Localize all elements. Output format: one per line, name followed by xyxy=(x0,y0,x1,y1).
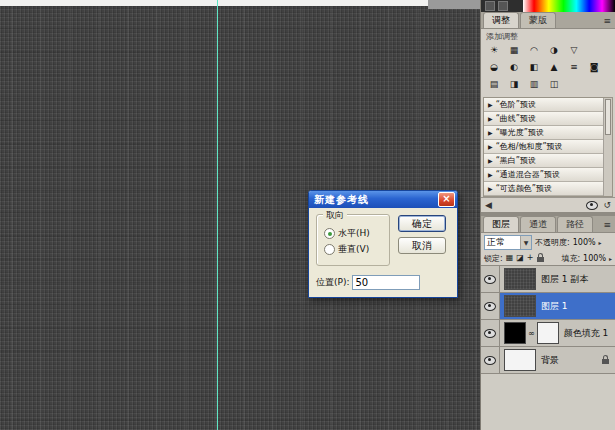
toggle-visibility-icon[interactable] xyxy=(586,201,598,210)
panel-menu-icon[interactable]: ≡ xyxy=(603,14,611,28)
blend-mode-select[interactable]: 正常 ▼ xyxy=(484,235,532,250)
scrub-arrow-icon[interactable]: ▸ xyxy=(609,255,612,262)
reset-icon[interactable]: ↺ xyxy=(603,199,611,211)
visibility-toggle[interactable] xyxy=(481,320,500,346)
preset-item-black-white[interactable]: ▶ “黑白”预设 xyxy=(484,154,612,168)
layer-list: 图层 1 副本 图层 1 ∞ 颜色填充 1 xyxy=(481,265,615,374)
chevron-down-icon: ▼ xyxy=(520,236,531,249)
dialog-title: 新建参考线 xyxy=(314,193,438,207)
switch-panel-icon[interactable]: ◀ xyxy=(485,199,492,211)
visibility-toggle[interactable] xyxy=(481,347,500,373)
eye-icon xyxy=(484,275,496,284)
new-guide-dialog: 新建参考线 × 取向 水平(H) 垂直(V) 确定 xyxy=(308,190,458,298)
lock-pixels-icon[interactable]: ◪ xyxy=(516,253,524,263)
threshold-icon[interactable]: ◨ xyxy=(505,78,523,91)
tab-masks[interactable]: 蒙版 xyxy=(520,12,556,28)
hue-saturation-icon[interactable]: ◒ xyxy=(485,61,503,74)
expand-triangle-icon[interactable]: ▶ xyxy=(488,168,493,181)
orientation-group: 取向 水平(H) 垂直(V) xyxy=(316,214,390,266)
position-input[interactable] xyxy=(352,275,420,290)
dialog-titlebar[interactable]: 新建参考线 × xyxy=(309,191,457,208)
preset-item-channel-mixer[interactable]: ▶ “通道混合器”预设 xyxy=(484,168,612,182)
radio-horizontal-label: 水平(H) xyxy=(338,227,370,240)
right-panel-dock: 调整 蒙版 ≡ 添加调整 ☀ ▦ ◠ ◑ ▽ ◒ ◐ ◧ ▲ ≡ ◙ ▤ xyxy=(480,0,615,430)
visibility-toggle[interactable] xyxy=(481,266,500,292)
layer-list-empty-area[interactable] xyxy=(481,374,615,430)
photo-filter-icon[interactable]: ▲ xyxy=(545,61,563,74)
lock-all-icon[interactable] xyxy=(537,257,544,262)
close-icon[interactable]: × xyxy=(438,192,455,207)
photoshop-window: 新建参考线 × 取向 水平(H) 垂直(V) 确定 xyxy=(0,0,615,430)
expand-triangle-icon[interactable]: ▶ xyxy=(488,182,493,195)
tab-adjustments[interactable]: 调整 xyxy=(483,12,519,28)
invert-icon[interactable]: ◙ xyxy=(585,61,603,74)
panel-menu-icon[interactable]: ≡ xyxy=(603,218,611,232)
collapsed-panel-tabs xyxy=(481,0,523,12)
radio-horizontal[interactable]: 水平(H) xyxy=(324,227,389,240)
preset-scrollbar[interactable] xyxy=(603,98,612,196)
color-balance-icon[interactable]: ◐ xyxy=(505,61,523,74)
lock-position-icon[interactable]: + xyxy=(527,253,534,263)
swatches-panel-icon[interactable] xyxy=(498,1,508,11)
gradient-map-icon[interactable]: ▥ xyxy=(525,78,543,91)
exposure-icon[interactable]: ◑ xyxy=(545,44,563,57)
adjustments-bottom-bar: ◀ ↺ xyxy=(481,197,615,212)
curves-icon[interactable]: ◠ xyxy=(525,44,543,57)
fill-value[interactable]: 100% xyxy=(583,254,606,263)
dialog-body: 取向 水平(H) 垂直(V) 确定 取消 位置(P): xyxy=(309,208,457,297)
vibrance-icon[interactable]: ▽ xyxy=(565,44,583,57)
scrollbar-thumb[interactable] xyxy=(605,99,611,135)
tab-layers[interactable]: 图层 xyxy=(483,216,519,232)
opacity-label: 不透明度: xyxy=(535,237,570,248)
layer-thumbnail[interactable] xyxy=(504,349,536,371)
preset-item-hue-saturation[interactable]: ▶ “色相/饱和度”预设 xyxy=(484,140,612,154)
expand-triangle-icon[interactable]: ▶ xyxy=(488,126,493,139)
expand-triangle-icon[interactable]: ▶ xyxy=(488,98,493,111)
levels-icon[interactable]: ▦ xyxy=(505,44,523,57)
layer-thumbnail[interactable] xyxy=(504,295,536,317)
vertical-guide-line[interactable] xyxy=(217,0,218,430)
brightness-contrast-icon[interactable]: ☀ xyxy=(485,44,503,57)
layer-thumbnail[interactable] xyxy=(504,268,536,290)
fill-label: 填充: xyxy=(561,253,580,264)
scrub-arrow-icon[interactable]: ▸ xyxy=(599,239,602,246)
link-icon: ∞ xyxy=(528,329,535,338)
orientation-group-label: 取向 xyxy=(323,209,347,222)
lock-transparency-icon[interactable]: ▦ xyxy=(506,253,514,263)
radio-vertical-label: 垂直(V) xyxy=(338,243,369,256)
layer-row-layer1[interactable]: 图层 1 xyxy=(481,293,615,320)
ok-button[interactable]: 确定 xyxy=(398,215,446,232)
preset-item-selective-color[interactable]: ▶ “可选颜色”预设 xyxy=(484,182,612,196)
position-label: 位置(P): xyxy=(316,276,349,289)
color-spectrum-bar[interactable] xyxy=(523,0,615,12)
fill-layer-thumbnail[interactable] xyxy=(504,322,526,344)
layer-row-layer1-copy[interactable]: 图层 1 副本 xyxy=(481,266,615,293)
opacity-value[interactable]: 100% xyxy=(573,238,596,247)
channel-mixer-icon[interactable]: ≡ xyxy=(565,61,583,74)
preset-item-exposure[interactable]: ▶ “曝光度”预设 xyxy=(484,126,612,140)
color-panel-icon[interactable] xyxy=(485,1,495,11)
tab-paths[interactable]: 路径 xyxy=(557,216,593,232)
selective-color-icon[interactable]: ◫ xyxy=(545,78,563,91)
layer-row-background[interactable]: 背景 xyxy=(481,347,615,374)
preset-item-curves[interactable]: ▶ “曲线”预设 xyxy=(484,112,612,126)
expand-triangle-icon[interactable]: ▶ xyxy=(488,140,493,153)
eye-icon xyxy=(484,302,496,311)
layer-mask-thumbnail[interactable] xyxy=(537,322,559,344)
lock-options-row: 锁定: ▦ ◪ + 填充: 100% ▸ xyxy=(481,251,615,265)
expand-triangle-icon[interactable]: ▶ xyxy=(488,154,493,167)
visibility-toggle[interactable] xyxy=(481,293,500,319)
adjustment-icon-grid: ☀ ▦ ◠ ◑ ▽ ◒ ◐ ◧ ▲ ≡ ◙ ▤ ◨ ▥ ◫ xyxy=(481,42,615,97)
black-white-icon[interactable]: ◧ xyxy=(525,61,543,74)
layer-row-color-fill[interactable]: ∞ 颜色填充 1 xyxy=(481,320,615,347)
tab-channels[interactable]: 通道 xyxy=(520,216,556,232)
collapsed-color-panel xyxy=(481,0,615,12)
adjustments-subtitle: 添加调整 xyxy=(481,29,615,42)
radio-vertical[interactable]: 垂直(V) xyxy=(324,243,389,256)
preset-item-levels[interactable]: ▶ “色阶”预设 xyxy=(484,98,612,112)
posterize-icon[interactable]: ▤ xyxy=(485,78,503,91)
cancel-button[interactable]: 取消 xyxy=(398,237,446,254)
adjustments-tab-bar: 调整 蒙版 ≡ xyxy=(481,12,615,29)
expand-triangle-icon[interactable]: ▶ xyxy=(488,112,493,125)
radio-selected-icon xyxy=(324,228,335,239)
